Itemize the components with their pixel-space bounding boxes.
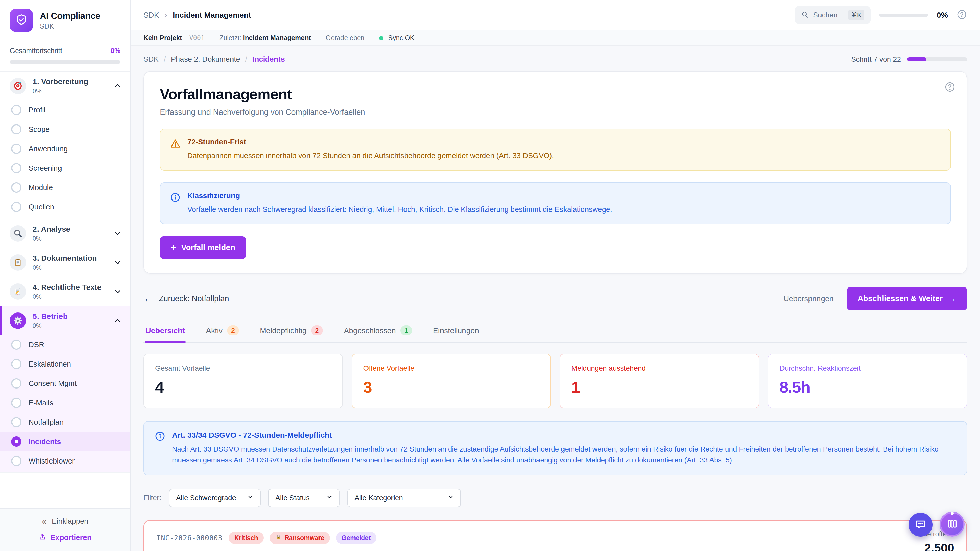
divider — [318, 34, 318, 41]
category-filter-select[interactable]: Alle Kategorien — [347, 489, 461, 507]
back-link[interactable]: ← Zurueck: Notfallplan — [143, 293, 229, 304]
incident-card[interactable]: INC-2026-000003 Kritisch Ransomware Geme… — [143, 520, 967, 551]
section-header-betrieb[interactable]: 5. Betrieb 0% — [0, 306, 130, 335]
section-header-rechtliche-texte[interactable]: 4. Rechtliche Texte 0% — [0, 277, 130, 306]
sidebar-section-betrieb: 5. Betrieb 0% DSR Eskalationen Consent M… — [0, 306, 130, 473]
arrow-left-icon: ← — [143, 293, 153, 304]
lock-icon — [275, 534, 282, 542]
stat-cards: Gesamt Vorfaelle 4 Offene Vorfaelle 3 Me… — [143, 354, 967, 408]
stat-card-total: Gesamt Vorfaelle 4 — [143, 354, 343, 408]
chevron-up-icon — [114, 82, 121, 90]
topbar: SDK › Incident Management Suchen... ⌘K 0… — [130, 0, 980, 30]
help-icon[interactable] — [944, 81, 956, 94]
sidebar-item-consent-mgmt[interactable]: Consent Mgmt — [0, 374, 130, 393]
sidebar-item-scope[interactable]: Scope — [0, 120, 130, 139]
board-view-fab-button[interactable] — [940, 512, 965, 537]
sidebar-item-dsr[interactable]: DSR — [0, 335, 130, 354]
content: SDK / Phase 2: Dokumente / Incidents Sch… — [130, 46, 980, 551]
shield-check-icon — [15, 14, 27, 27]
search-input[interactable]: Suchen... ⌘K — [795, 6, 870, 24]
app-logo — [10, 9, 33, 32]
chevron-down-icon — [114, 230, 121, 237]
page-title: Vorfallmanagement — [160, 86, 951, 103]
tab-einstellungen[interactable]: Einstellungen — [433, 324, 479, 342]
radio-icon — [11, 378, 21, 389]
chevron-down-icon — [448, 494, 454, 502]
skip-button[interactable]: Ueberspringen — [783, 294, 834, 303]
breadcrumb-incidents: Incidents — [252, 55, 285, 64]
radio-icon — [11, 183, 21, 192]
chevron-right-icon: › — [165, 11, 167, 19]
info-body: Vorfaelle werden nach Schweregrad klassi… — [187, 204, 612, 215]
overall-progress-value: 0% — [110, 47, 121, 55]
severity-badge: Kritisch — [229, 532, 264, 544]
topbar-progress-value: 0% — [937, 11, 948, 19]
search-icon — [801, 11, 808, 19]
main-area: SDK › Incident Management Suchen... ⌘K 0… — [130, 0, 980, 551]
sidebar-item-module[interactable]: Module — [0, 178, 130, 197]
warning-callout: 72-Stunden-Frist Datenpannen muessen inn… — [160, 129, 951, 171]
breadcrumb-sdk[interactable]: SDK — [143, 55, 159, 64]
sidebar-section-dokumentation: 3. Dokumentation 0% — [0, 248, 130, 277]
sidebar-item-emails[interactable]: E-Mails — [0, 393, 130, 413]
radio-selected-icon — [11, 437, 21, 447]
help-icon[interactable] — [956, 9, 967, 21]
warning-body: Datenpannen muessen innerhalb von 72 Stu… — [187, 150, 554, 162]
tab-abgeschlossen[interactable]: Abgeschlossen1 — [343, 324, 412, 342]
filter-label: Filter: — [143, 494, 161, 502]
radio-icon — [11, 340, 21, 350]
app-subtitle: SDK — [40, 22, 100, 30]
status-filter-select[interactable]: Alle Status — [268, 489, 340, 507]
stat-card-open: Offene Vorfaelle 3 — [352, 354, 551, 408]
app-title: AI Compliance — [40, 11, 100, 21]
tab-aktiv[interactable]: Aktiv2 — [205, 324, 239, 342]
collapse-sidebar-button[interactable]: « Einklappen — [42, 516, 88, 526]
arrow-right-icon: → — [948, 294, 956, 303]
step-label: Schritt 7 von 22 — [851, 56, 901, 64]
filter-row: Filter: Alle Schweregrade Alle Status Al… — [143, 489, 967, 507]
overall-progress-label: Gesamtfortschritt — [10, 47, 62, 55]
page-card: Vorfallmanagement Erfassung und Nachverf… — [143, 71, 967, 274]
sidebar-item-incidents[interactable]: Incidents — [0, 432, 130, 451]
sidebar-item-profil[interactable]: Profil — [0, 100, 130, 120]
incident-id: INC-2026-000003 — [156, 534, 223, 542]
sidebar-nav: 1. Vorbereitung 0% Profil Scope Anwendun… — [0, 72, 130, 508]
breadcrumb-current: Incident Management — [173, 11, 251, 19]
info-callout: Klassifizierung Vorfaelle werden nach Sc… — [160, 183, 951, 224]
sidebar-item-notfallplan[interactable]: Notfallplan — [0, 413, 130, 432]
sidebar-item-screening[interactable]: Screening — [0, 159, 130, 178]
section-header-analyse[interactable]: 2. Analyse 0% — [0, 219, 130, 248]
sidebar-item-whistleblower[interactable]: Whistleblower — [0, 451, 130, 472]
section-header-vorbereitung[interactable]: 1. Vorbereitung 0% — [0, 72, 130, 100]
step-indicator: Schritt 7 von 22 — [851, 56, 967, 64]
sidebar-header: AI Compliance SDK — [0, 0, 130, 40]
complete-continue-button[interactable]: Abschliessen & Weiter → — [847, 287, 967, 310]
radio-icon — [11, 202, 21, 212]
stat-card-pending-reports: Meldungen ausstehend 1 — [560, 354, 759, 408]
radio-icon — [11, 105, 21, 115]
radio-icon — [11, 456, 21, 466]
upload-icon — [38, 533, 46, 542]
target-icon — [10, 78, 26, 94]
sidebar-item-eskalationen[interactable]: Eskalationen — [0, 354, 130, 374]
chat-fab-button[interactable] — [908, 513, 932, 537]
tab-meldepflichtig[interactable]: Meldepflichtig2 — [259, 324, 323, 342]
severity-filter-select[interactable]: Alle Schweregrade — [169, 489, 261, 507]
chevron-up-icon — [114, 317, 121, 324]
report-incident-button[interactable]: + Vorfall melden — [160, 237, 246, 259]
sidebar-item-quellen[interactable]: Quellen — [0, 197, 130, 219]
step-progress-bar — [907, 57, 967, 62]
last-value: Incident Management — [243, 34, 311, 41]
sidebar-item-anwendung[interactable]: Anwendung — [0, 139, 130, 159]
export-button[interactable]: Exportieren — [38, 533, 91, 542]
chevron-down-icon — [114, 288, 121, 295]
info-title: Klassifizierung — [187, 192, 612, 200]
breadcrumb-phase[interactable]: Phase 2: Dokumente — [171, 55, 240, 64]
radio-icon — [11, 417, 21, 427]
section-header-dokumentation[interactable]: 3. Dokumentation 0% — [0, 248, 130, 277]
breadcrumb-root[interactable]: SDK — [143, 11, 159, 19]
radio-icon — [11, 144, 21, 154]
overall-progress: Gesamtfortschritt 0% — [0, 40, 130, 72]
category-badge: Ransomware — [270, 532, 330, 544]
tab-uebersicht[interactable]: Uebersicht — [145, 324, 186, 342]
